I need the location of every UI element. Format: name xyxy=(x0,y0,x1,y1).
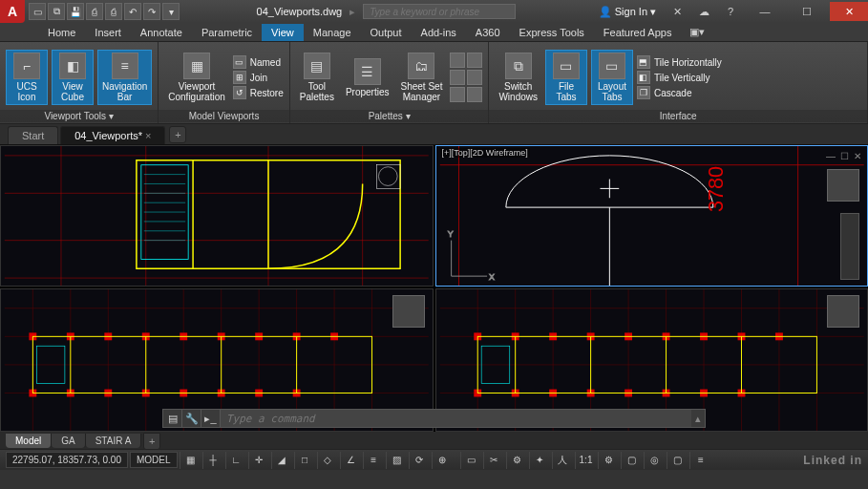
transparency-icon[interactable]: ▨ xyxy=(386,452,407,469)
switch-windows-button[interactable]: ⧉Switch Windows xyxy=(495,51,541,104)
coordinates-readout[interactable]: 22795.07, 18357.73, 0.00 xyxy=(6,452,128,468)
add-layout-button[interactable]: + xyxy=(143,433,160,450)
viewport-config-button[interactable]: ▦Viewport Configuration xyxy=(164,51,228,104)
tile-vertical-button[interactable]: ◧Tile Vertically xyxy=(637,71,722,84)
tab-insert[interactable]: Insert xyxy=(85,24,131,41)
grid-toggle-icon[interactable]: ▦ xyxy=(180,452,201,469)
cmd-expand-icon[interactable]: ▴ xyxy=(691,413,705,425)
layout-tab-stair[interactable]: STAIR A xyxy=(86,434,142,448)
open-icon[interactable]: ⧉ xyxy=(48,3,65,20)
palette-mini-1[interactable] xyxy=(450,53,465,68)
palette-mini-5[interactable] xyxy=(450,87,465,102)
new-icon[interactable]: ▭ xyxy=(29,3,46,20)
tab-view[interactable]: View xyxy=(262,24,304,41)
annomonitor-icon[interactable]: ✦ xyxy=(529,452,550,469)
minimize-button[interactable]: — xyxy=(746,2,784,21)
layout-tab-model[interactable]: Model xyxy=(6,434,52,448)
sheetset-button[interactable]: 🗂Sheet Set Manager xyxy=(396,51,446,104)
file-tab-active[interactable]: 04_Viewports* × xyxy=(60,126,165,144)
tab-manage[interactable]: Manage xyxy=(304,24,361,41)
navbar-button[interactable]: ≡Navigation Bar xyxy=(97,50,152,105)
scale-readout[interactable]: 1:1 xyxy=(575,452,597,469)
tab-addins[interactable]: Add-ins xyxy=(412,24,466,41)
app-menu-icon[interactable]: A xyxy=(0,0,25,23)
viewport-2[interactable]: [+][Top][2D Wireframe] —☐✕ 3780 XY xyxy=(435,145,869,287)
palette-mini-6[interactable] xyxy=(467,87,482,102)
tile-horizontal-button[interactable]: ⬒Tile Horizontally xyxy=(637,55,722,69)
tab-a360[interactable]: A360 xyxy=(466,24,510,41)
customize-status-icon[interactable]: ≡ xyxy=(689,452,710,469)
palette-mini-3[interactable] xyxy=(450,70,465,85)
dynamic-input-icon[interactable]: ⊕ xyxy=(432,452,453,469)
vp-max-icon[interactable]: ☐ xyxy=(838,150,850,161)
join-button[interactable]: ⊞Join xyxy=(233,71,284,84)
tab-home[interactable]: Home xyxy=(38,24,85,41)
qat-more-icon[interactable]: ▾ xyxy=(162,3,180,20)
properties-button[interactable]: ☰Properties xyxy=(342,56,393,99)
quickprops-icon[interactable]: ▭ xyxy=(460,452,481,469)
selection-cycling-icon[interactable]: ⟳ xyxy=(409,452,430,469)
ortho-toggle-icon[interactable]: ∟ xyxy=(225,452,246,469)
annoscale-icon[interactable]: 人 xyxy=(552,452,573,469)
viewport-label[interactable]: [+][Top][2D Wireframe] xyxy=(440,148,530,158)
cleanscreen-icon[interactable]: ▢ xyxy=(667,452,688,469)
space-indicator[interactable]: MODEL xyxy=(130,452,178,468)
3dosnap-icon[interactable]: ◇ xyxy=(317,452,338,469)
viewcube-widget-4[interactable] xyxy=(827,295,859,328)
palette-mini-4[interactable] xyxy=(467,70,482,85)
ribbon-overflow-icon[interactable]: ▣▾ xyxy=(687,23,708,41)
tool-palettes-button[interactable]: ▤Tool Palettes xyxy=(296,51,338,104)
polar-toggle-icon[interactable]: ✛ xyxy=(248,452,269,469)
tab-featured[interactable]: Featured Apps xyxy=(594,24,682,41)
exchange-icon[interactable]: ✕ xyxy=(666,2,688,21)
isodraft-icon[interactable]: ◢ xyxy=(271,452,292,469)
drawing-area[interactable]: [+][Top][2D Wireframe] —☐✕ 3780 XY xyxy=(0,145,868,432)
file-tabs-button[interactable]: ▭File Tabs xyxy=(545,50,587,105)
command-line[interactable]: ▤ 🔧 ▸_ ▴ xyxy=(162,409,706,428)
lineweight-icon[interactable]: ≡ xyxy=(363,452,384,469)
osnap-toggle-icon[interactable]: □ xyxy=(294,452,315,469)
help-icon[interactable]: ? xyxy=(719,2,742,21)
vp-close-icon[interactable]: ✕ xyxy=(852,150,863,161)
file-tab-start[interactable]: Start xyxy=(8,126,58,144)
file-tab-close-icon[interactable]: × xyxy=(145,130,151,141)
hardware-accel-icon[interactable]: ▢ xyxy=(621,452,642,469)
layout-tabs-button[interactable]: ▭Layout Tabs xyxy=(591,50,633,105)
plot-icon[interactable]: ⎙ xyxy=(105,3,122,20)
signin-button[interactable]: 👤 Sign In ▾ xyxy=(593,6,662,18)
stayconnected-icon[interactable]: ☁ xyxy=(692,2,715,21)
workspace-switch-icon[interactable]: ⚙ xyxy=(598,452,619,469)
maximize-button[interactable]: ☐ xyxy=(788,2,826,21)
command-input[interactable] xyxy=(221,410,691,427)
cmd-recent-icon[interactable]: ▤ xyxy=(163,410,182,427)
tab-annotate[interactable]: Annotate xyxy=(131,24,192,41)
snap-toggle-icon[interactable]: ┼ xyxy=(202,452,223,469)
otrack-toggle-icon[interactable]: ∠ xyxy=(340,452,361,469)
help-search-input[interactable] xyxy=(363,4,516,19)
tab-output[interactable]: Output xyxy=(361,24,412,41)
cascade-button[interactable]: ❐Cascade xyxy=(637,86,722,99)
saveas-icon[interactable]: ⎙ xyxy=(86,3,103,20)
undo-icon[interactable]: ↶ xyxy=(124,3,141,20)
tab-express[interactable]: Express Tools xyxy=(510,24,594,41)
workspace-icon[interactable]: ⚙ xyxy=(506,452,527,469)
save-icon[interactable]: 💾 xyxy=(67,3,84,20)
palette-mini-2[interactable] xyxy=(467,53,482,68)
panel-title-viewport-tools[interactable]: Viewport Tools ▾ xyxy=(0,110,158,122)
viewport-1[interactable] xyxy=(0,145,434,287)
viewcube-button[interactable]: ◧View Cube xyxy=(52,50,94,105)
isolate-icon[interactable]: ◎ xyxy=(644,452,665,469)
layout-tab-ga[interactable]: GA xyxy=(52,434,85,448)
close-button[interactable]: ✕ xyxy=(830,2,868,21)
named-button[interactable]: ▭Named xyxy=(233,55,284,69)
redo-icon[interactable]: ↷ xyxy=(143,3,160,20)
vp-min-icon[interactable]: — xyxy=(825,150,836,161)
restore-button[interactable]: ↺Restore xyxy=(233,86,284,99)
tab-parametric[interactable]: Parametric xyxy=(192,24,262,41)
add-file-tab-button[interactable]: + xyxy=(169,126,186,143)
units-icon[interactable]: ✂ xyxy=(483,452,504,469)
viewcube-widget[interactable] xyxy=(827,169,859,202)
viewcube-widget-3[interactable] xyxy=(392,295,425,328)
ucs-icon-button[interactable]: ⌐UCS Icon xyxy=(6,50,48,105)
cmd-customize-icon[interactable]: 🔧 xyxy=(182,410,201,427)
